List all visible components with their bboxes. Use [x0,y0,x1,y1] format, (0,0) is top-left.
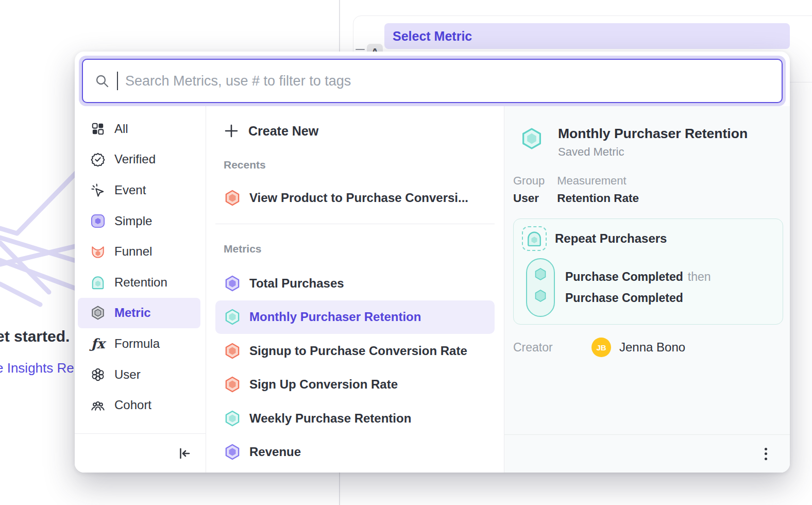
sidebar-item-label: Simple [114,214,152,228]
step-suffix: then [688,270,711,284]
metric-item-label: Signup to Purchase Conversion Rate [249,344,467,358]
user-cluster-icon [90,367,106,382]
metric-item-monthly-purchaser-retention[interactable]: Monthly Purchaser Retention [215,300,495,334]
attribute-group: Group User [513,174,545,205]
metric-picker-modal: All Verified [75,52,790,473]
attribute-label: Measurement [557,174,639,188]
list-divider [215,224,495,224]
metric-item-total-purchases[interactable]: Total Purchases [215,266,495,300]
metric-hexagon-icon [90,305,106,321]
create-new-label: Create New [248,124,318,139]
sidebar-item-label: Cohort [114,398,151,412]
sidebar-item-label: Verified [114,152,156,166]
step-event-name: Purchase Completed [565,270,683,284]
sidebar-item-funnel[interactable]: Funnel [78,236,200,267]
cohort-people-icon [90,397,106,413]
definition-card: Repeat Purchasers Purchase Completed the… [513,218,783,325]
sidebar-item-user[interactable]: User [78,359,200,390]
search-field[interactable] [82,59,783,103]
simple-metric-hexagon-icon [224,443,241,461]
retention-metric-hexagon-icon [520,127,544,150]
metrics-heading: Metrics [224,243,495,255]
sidebar-item-event[interactable]: Event [78,175,200,206]
metric-item-label: Weekly Purchase Retention [249,411,411,426]
sidebar-footer [75,433,206,473]
background-insights-link[interactable]: e Insights Re [0,360,74,376]
detail-title: Monthly Purchaser Retention [558,126,748,142]
metric-item-weekly-purchase-retention[interactable]: Weekly Purchase Retention [215,401,495,435]
sidebar-item-formula[interactable]: ƒx Formula [78,328,200,359]
retention-steps-capsule [526,258,555,317]
sidebar-item-simple[interactable]: Simple [78,206,200,237]
event-cursor-icon [90,182,106,198]
create-new-button[interactable]: Create New [215,116,495,145]
retention-metric-hexagon-icon [224,410,241,427]
plus-icon [224,123,239,139]
sidebar-item-label: Retention [114,275,167,290]
attribute-label: Group [513,174,545,188]
category-sidebar: All Verified [75,106,206,473]
metric-item-revenue[interactable]: Revenue [215,435,495,469]
step-list: Purchase Completed then Purchase Complet… [565,266,711,309]
text-cursor [117,72,118,90]
sidebar-item-label: User [114,367,141,382]
metric-item-label: Total Purchases [249,276,344,291]
metric-list-column: Create New Recents View Product to Purch… [206,106,504,473]
avatar: JB [591,338,611,357]
search-icon [94,73,110,89]
recent-item[interactable]: View Product to Purchase Conversi... [215,181,495,214]
recents-heading: Recents [224,159,495,171]
simple-metric-icon [90,213,106,229]
attribute-value: User [513,192,545,205]
funnel-metric-hexagon-icon [224,189,241,207]
attribute-row: Group User Measurement Retention Rate [513,174,639,205]
metrics-list: Total Purchases Monthly Purchaser Retent… [215,266,495,469]
recent-item-label: View Product to Purchase Conversi... [249,191,468,205]
sidebar-item-metric[interactable]: Metric [78,298,200,329]
attribute-measurement: Measurement Retention Rate [557,174,639,205]
funnel-metric-hexagon-icon [224,376,241,393]
sidebar-item-label: Metric [114,306,151,320]
detail-subtitle: Saved Metric [558,145,624,159]
metric-item-signup-to-purchase-conversion-rate[interactable]: Signup to Purchase Conversion Rate [215,334,495,368]
search-focus-ring [79,56,786,106]
grid-icon [90,121,106,137]
sidebar-item-verified[interactable]: Verified [78,144,200,175]
attribute-value: Retention Rate [557,192,639,205]
step-event-name: Purchase Completed [565,291,683,305]
funnel-icon [90,244,106,259]
background-get-started-text: et started. [0,328,70,345]
sidebar-item-retention[interactable]: Retention [78,267,200,298]
creator-row: Creator JB Jenna Bono [513,337,781,358]
collapse-sidebar-icon[interactable] [177,446,192,461]
metric-item-label: Sign Up Conversion Rate [249,377,398,392]
retention-metric-hexagon-icon [224,308,241,326]
more-options-kebab-icon[interactable] [762,445,770,463]
funnel-metric-hexagon-icon [224,342,241,360]
definition-title: Repeat Purchasers [555,231,667,246]
sidebar-item-cohort[interactable]: Cohort [78,390,200,420]
step-hexagon-icon [534,289,547,302]
sidebar-item-all[interactable]: All [78,113,200,144]
metric-item-label: Revenue [249,445,301,459]
sidebar-item-label: Formula [114,336,160,351]
step-row: Purchase Completed then [565,266,711,288]
metric-item-sign-up-conversion-rate[interactable]: Sign Up Conversion Rate [215,368,495,402]
detail-footer [504,434,790,473]
creator-label: Creator [513,341,591,355]
sidebar-item-label: All [114,122,128,136]
step-row: Purchase Completed [565,288,711,309]
metric-detail-panel: Monthly Purchaser Retention Saved Metric… [504,106,790,473]
background-chart-decoration [0,167,82,312]
select-metric-pill[interactable]: Select Metric [384,23,790,49]
retention-definition-icon [522,226,547,251]
verified-badge-icon [90,152,106,167]
step-hexagon-icon [534,267,547,281]
sidebar-item-label: Funnel [114,244,152,259]
creator-name: Jenna Bono [619,340,685,355]
metric-item-label: Monthly Purchaser Retention [249,310,421,324]
sidebar-item-label: Event [114,183,146,197]
select-metric-label: Select Metric [393,29,472,44]
search-input[interactable] [125,73,782,89]
simple-metric-hexagon-icon [224,275,241,292]
